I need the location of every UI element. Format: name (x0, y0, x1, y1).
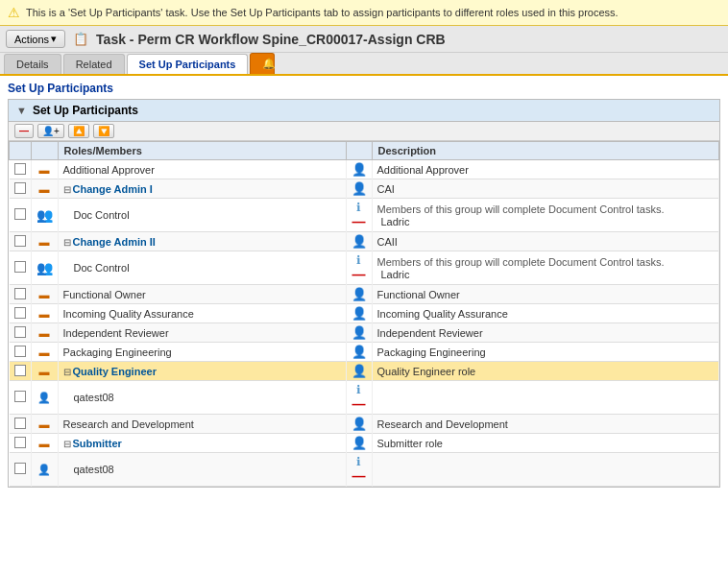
row-checkbox[interactable] (14, 437, 26, 448)
col-check (10, 142, 32, 160)
row-checkbox[interactable] (14, 163, 26, 175)
table-row: 👥 Doc Control ℹ — Members of this group … (10, 199, 719, 232)
remove-button[interactable]: — (14, 124, 34, 138)
table-row: ▬ ⊟Quality Engineer 👤 Quality Engineer r… (10, 362, 719, 381)
panel-toolbar: — 👤+ 🔼 🔽 (9, 122, 719, 141)
row-icon: ▬ (39, 164, 50, 176)
row-icon: ▬ (39, 346, 50, 358)
dash-icon: — (352, 214, 366, 229)
info-text: This is a 'Set Up Participants' task. Us… (26, 7, 619, 18)
desc-person-icon: 👤 (352, 162, 367, 177)
row-user-icon: 👤 (37, 464, 51, 475)
row-group-icon: 👥 (36, 207, 53, 223)
desc-text: Incoming Quality Assurance (377, 308, 508, 320)
role-name: Doc Control (74, 209, 130, 221)
row-checkbox[interactable] (14, 208, 26, 220)
role-name: qatest08 (74, 392, 114, 403)
warning-icon: ⚠ (8, 5, 20, 20)
row-checkbox[interactable] (14, 391, 26, 402)
panel-header: ▼ Set Up Participants (9, 100, 719, 122)
table-row: ▬ Packaging Engineering 👤 Packaging Engi… (10, 343, 719, 362)
expand-icon[interactable]: ⊟ (63, 439, 71, 449)
row-user-icon: 👤 (37, 392, 51, 403)
row-icon: ▬ (39, 236, 50, 248)
row-checkbox[interactable] (14, 346, 26, 357)
row-group-icon: 👥 (36, 260, 53, 275)
table-row: ▬ Additional Approver 👤 Additional Appro… (10, 160, 719, 179)
expand-icon[interactable]: ⊟ (63, 367, 71, 377)
tab-details[interactable]: Details (4, 54, 61, 74)
section-title: Set Up Participants (8, 82, 720, 95)
tab-related[interactable]: Related (63, 54, 125, 74)
row-checkbox[interactable] (14, 463, 26, 474)
desc-text: Submitter role (377, 438, 443, 449)
col-desc-icon (346, 142, 372, 160)
table-row: ▬ ⊟Submitter 👤 Submitter role (10, 434, 719, 453)
content-area: Set Up Participants ▼ Set Up Participant… (0, 76, 728, 493)
table-row: 👤 qatest08 ℹ — (10, 381, 719, 415)
panel-title: Set Up Participants (33, 104, 138, 117)
expand-icon[interactable]: ⊟ (63, 237, 71, 248)
table-row: 👥 Doc Control ℹ — Members of this group … (10, 251, 719, 285)
role-name: Change Admin I (73, 183, 153, 195)
desc-person-icon: 👤 (352, 436, 367, 450)
desc-text: CAII (377, 236, 398, 248)
desc-person-icon: 👤 (352, 417, 367, 431)
row-checkbox[interactable] (14, 365, 26, 376)
desc-text: Members of this group will complete Docu… (377, 256, 665, 268)
table-row: ▬ Functional Owner 👤 Functional Owner (10, 285, 719, 304)
desc-person-icon: 👤 (352, 306, 367, 321)
actions-label: Actions (14, 34, 49, 45)
role-name: Quality Engineer (73, 366, 157, 377)
info-icon: ℹ (356, 253, 361, 267)
table-row: ▬ ⊟Change Admin I 👤 CAI (10, 179, 719, 199)
tab-setup-participants[interactable]: Set Up Participants (127, 54, 249, 74)
row-checkbox[interactable] (14, 235, 26, 247)
role-name: Change Admin II (73, 236, 156, 248)
row-checkbox[interactable] (14, 307, 26, 319)
row-checkbox[interactable] (14, 326, 26, 338)
tab-extra[interactable]: 🔔 (250, 53, 275, 74)
row-icon: ▬ (39, 438, 50, 449)
table-row: 👤 qatest08 ℹ — (10, 453, 719, 487)
participants-table-container: Roles/Members Description ▬ Additional A… (9, 141, 719, 487)
row-checkbox[interactable] (14, 182, 26, 194)
add-person-button[interactable]: 👤+ (37, 124, 64, 138)
desc-text: Quality Engineer role (377, 366, 476, 377)
expand-icon[interactable]: ⊟ (63, 184, 71, 195)
desc-person-icon: 👤 (352, 287, 367, 301)
table-row: ▬ Research and Development 👤 Research an… (10, 415, 719, 434)
desc-person-icon: 👤 (352, 234, 367, 249)
participants-panel: ▼ Set Up Participants — 👤+ 🔼 🔽 Roles/Mem… (8, 99, 720, 488)
role-name: qatest08 (74, 464, 114, 475)
sub-user-name: Ladric (377, 269, 715, 280)
dash-icon: — (352, 468, 366, 484)
table-row: ▬ Incoming Quality Assurance 👤 Incoming … (10, 304, 719, 323)
role-name: Doc Control (74, 262, 130, 274)
info-bar: ⚠ This is a 'Set Up Participants' task. … (0, 0, 728, 26)
desc-text: Research and Development (377, 418, 508, 430)
desc-person-icon: 👤 (352, 364, 367, 378)
col-description: Description (372, 142, 719, 160)
row-icon: ▬ (39, 308, 50, 320)
row-checkbox[interactable] (14, 288, 26, 299)
info-icon: ℹ (356, 455, 361, 468)
desc-text: Functional Owner (377, 289, 460, 300)
dash-icon: — (352, 267, 366, 282)
desc-person-icon: 👤 (352, 325, 367, 340)
toolbar-btn-3[interactable]: 🔼 (68, 124, 89, 138)
row-checkbox[interactable] (14, 418, 26, 429)
row-checkbox[interactable] (14, 261, 26, 273)
row-icon: ▬ (39, 289, 50, 300)
row-icon: ▬ (39, 183, 50, 195)
actions-button[interactable]: Actions ▾ (6, 30, 65, 48)
role-name: Functional Owner (63, 289, 146, 300)
col-roles: Roles/Members (58, 142, 346, 160)
row-icon: ▬ (39, 418, 50, 430)
role-name: Research and Development (63, 418, 194, 430)
actions-dropdown-icon: ▾ (51, 33, 57, 45)
collapse-icon[interactable]: ▼ (16, 105, 27, 116)
toolbar-btn-4[interactable]: 🔽 (93, 124, 114, 138)
desc-text: Members of this group will complete Docu… (377, 203, 665, 215)
info-icon: ℹ (356, 383, 361, 396)
